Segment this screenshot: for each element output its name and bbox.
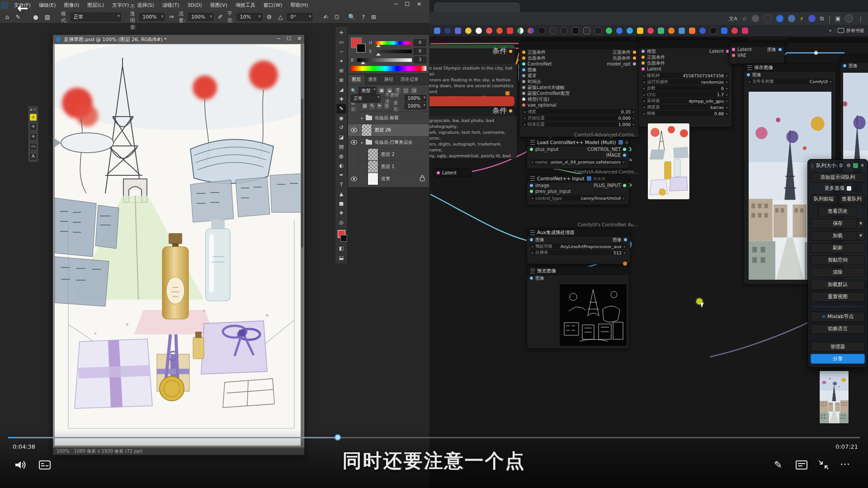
bookmark-favicon[interactable] [455,28,461,34]
menu-type[interactable]: 文字(Y) [108,0,133,11]
opacity-select[interactable]: 100% [139,13,165,21]
conditioning-port[interactable] [509,50,512,53]
screen-mode-icon[interactable]: ⬓ [336,253,346,263]
lock-all-icon[interactable]: ⚿ [384,103,389,109]
symmetry-icon[interactable]: ⛋ [333,14,341,21]
visibility-eye-icon[interactable] [351,177,357,181]
profile-avatar[interactable] [845,14,853,23]
clone-stamp-tool-icon[interactable]: ◉ [336,113,346,123]
negative-prompt-node[interactable]: 条件 grayscale, bw, bad photo, bad photogr… [429,108,515,159]
bookmark-star-icon[interactable]: ☆ [742,15,747,22]
load-workflow-button[interactable]: 加载▼ [811,231,865,241]
clipspace-button[interactable]: 剪贴空间 [811,255,865,265]
dodge-tool-icon[interactable]: ◐ [336,161,346,170]
smoothing-gear-icon[interactable]: ⚙ [265,14,274,20]
canvas-artwork[interactable] [55,44,302,446]
latent-collapsed-node[interactable]: Latent [433,168,472,177]
eraser-tool-icon[interactable]: ◪ [336,132,346,142]
hue-slider[interactable] [375,41,412,45]
gallery-icon[interactable] [853,163,858,168]
zoom-tool-icon[interactable]: ◎ [336,218,346,227]
doc-close-button[interactable]: ✕ [297,36,302,42]
reset-view-button[interactable]: 重置视图 [811,292,865,302]
layer-filter-select[interactable]: 类型 [359,87,376,95]
menu-image[interactable]: 图像(I) [60,0,83,11]
bookmark-favicon[interactable] [486,28,492,34]
more-options-row[interactable]: 更多选项 [825,185,851,192]
bookmark-favicon[interactable] [496,28,503,34]
vae-decode-title[interactable] [729,42,784,47]
bookmark-favicon[interactable] [699,28,706,34]
fill-value[interactable]: 100% [405,103,426,109]
aux-preprocessor-node[interactable]: Aux集成预处理器 图像图像 预处理器AnyLineArtPreprocesso… [527,228,630,264]
pressure-opacity-icon[interactable]: ✑ [167,14,176,20]
flow-select[interactable]: 100% [188,13,213,21]
bookmark-favicon[interactable] [658,28,664,34]
lasso-tool-icon[interactable]: ∽ [336,47,346,56]
save-dropdown-arrow[interactable]: ▼ [857,219,864,228]
more-options-checkbox[interactable] [847,186,851,191]
ps-minimize-button[interactable]: ─ [394,1,397,7]
path-select-tool-icon[interactable]: ▲ [336,189,346,199]
workspace-switcher-icon[interactable]: ⊞ [369,14,378,20]
bookmark-favicon[interactable] [594,27,602,34]
bookmark-favicon[interactable] [679,28,685,34]
bookmark-favicon[interactable] [710,27,717,34]
bookmarks-overflow-chevron[interactable]: » [829,28,832,33]
airbrush-icon[interactable]: ✐ [216,14,225,20]
sidebar-icon[interactable]: ▣ [835,15,840,22]
saturation-slider[interactable] [375,50,412,53]
menu-3d[interactable]: 3D(D) [183,0,206,11]
bookmark-favicon[interactable] [627,28,633,34]
color-swatches[interactable] [351,38,366,53]
layer-thumbnail[interactable] [361,124,372,136]
eyedropper-tool-icon[interactable]: ◢ [336,85,346,94]
comfyui-canvas[interactable]: 条件 n oval Olympic stadium in the city, h… [429,36,868,488]
bookmark-favicon[interactable] [583,27,590,34]
text-button[interactable]: A [29,153,37,160]
frame-button[interactable]: ▭ [29,143,37,150]
document-title-bar[interactable]: 直播草图.psd @ 100% (图层 26, RGB/8#) * [53,35,304,44]
menu-view[interactable]: 视图(V) [206,0,231,11]
add-button-2[interactable]: ✛ [29,133,37,141]
bookmark-favicon[interactable] [637,28,643,34]
apply-controlnet-title[interactable] [519,41,639,49]
quick-select-tool-icon[interactable]: ✦ [336,56,346,66]
slice-tool-icon[interactable]: ⊠ [336,75,346,85]
bookmark-favicon[interactable] [561,27,568,34]
progress-handle[interactable] [335,434,341,441]
browser-tab[interactable] [434,2,520,12]
queue-prompt-button[interactable]: 添加提示词队列 [811,173,865,183]
blur-tool-icon[interactable]: ◍ [336,151,346,161]
node-menu-icon[interactable] [747,66,752,70]
generated-preview-image[interactable] [647,123,690,200]
saturation-value[interactable]: 0 [414,48,426,55]
doc-vertical-scrollbar[interactable] [301,44,304,447]
marquee-tool-icon[interactable]: ▭ [336,38,346,47]
drag-handle-icon[interactable]: ⣿ [811,164,814,168]
video-progress-bar[interactable] [8,437,860,438]
save-workflow-button[interactable]: 保存▼ [811,219,865,229]
brush-panel-toggle-icon[interactable]: ▨ [43,14,52,20]
bookmark-favicon[interactable] [731,28,738,34]
negative-prompt-text[interactable]: grayscale, bw, bad photo, bad photograph… [429,116,517,159]
bookmark-favicon[interactable] [721,28,727,34]
filter-shape-icon[interactable]: ▢ [403,88,409,94]
tab-layers[interactable]: 图层 [348,75,364,84]
blend-mode-select[interactable]: 正常 [71,13,121,21]
lock-move-icon[interactable]: ✛ [377,103,382,109]
node-menu-icon[interactable] [530,140,535,145]
lightning-extension-icon[interactable]: ⚡ [800,15,804,22]
layers-opacity-value[interactable]: 100% [405,95,426,102]
menu-select[interactable]: 选择(S) [133,0,158,11]
ksampler-title[interactable] [639,40,732,48]
hue-value[interactable]: 0 [414,39,426,46]
bookmark-favicon[interactable] [507,28,513,34]
doc-minimize-button[interactable]: ─ [277,36,280,42]
plugin-action-button[interactable]: ⚡ [30,114,37,121]
bookmark-favicon[interactable] [476,28,482,34]
filter-smart-icon[interactable]: ◳ [411,88,417,94]
node-menu-icon[interactable] [530,176,535,181]
bookmark-favicon[interactable] [742,28,748,34]
load-default-button[interactable]: 加载默认 [811,280,865,290]
